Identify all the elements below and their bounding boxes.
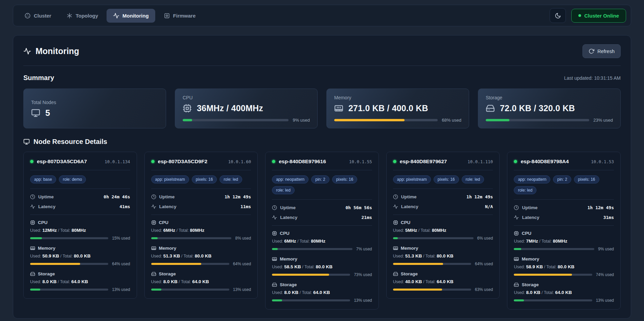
- memory-icon: [272, 256, 277, 262]
- storage-progress-fill: [151, 289, 161, 291]
- storage-total-value: 64.0 KB: [71, 279, 88, 284]
- nav-right: Cluster Online: [550, 8, 626, 23]
- memory-percent-label: 64% used: [233, 262, 251, 266]
- cpu-total-value: 80MHz: [190, 228, 205, 233]
- node-badge: pixels: 16: [332, 175, 358, 183]
- tab-topology[interactable]: Topology: [60, 9, 105, 23]
- memory-progress-fill: [30, 263, 80, 265]
- storage-metric-label: Storage: [159, 271, 176, 276]
- node-badge: app: pixelstream: [151, 175, 189, 183]
- storage-metric-values: Used: 40.0 KB / Total: 64.0 KB: [393, 279, 493, 284]
- tab-cluster[interactable]: Cluster: [18, 9, 58, 23]
- panel-header: Monitoring Refresh: [23, 44, 621, 66]
- storage-metric: Storage Used: 8.0 KB / Total: 64.0 KB 13…: [151, 266, 251, 292]
- memory-metric-label: Memory: [522, 256, 539, 262]
- storage-progress-fill: [486, 119, 509, 121]
- uptime-row: Uptime 0h 24m 46s: [30, 192, 130, 202]
- memory-used-value: 50.9 KB: [42, 253, 59, 258]
- node-ip: 10.0.1.110: [467, 159, 493, 164]
- memory-icon: [30, 246, 35, 251]
- node-stat-rows: Uptime 0h 24m 46s Latency 41ms: [30, 189, 130, 215]
- memory-used-value: 51.3 KB: [405, 253, 422, 258]
- node-badges: app: neopatternpin: 2pixels: 16role: led: [514, 170, 614, 200]
- summary-grid: Total Nodes 5 CPU 36MHz / 400MHz: [23, 89, 621, 128]
- latency-label: Latency: [38, 204, 55, 209]
- node-badges: app: baserole: demo: [30, 170, 130, 189]
- cpu-metric: CPU Used: 12MHz / Total: 80MHz 15% used: [30, 215, 130, 241]
- memory-progress-track: [30, 263, 108, 265]
- cpu-progress-track: [272, 248, 352, 250]
- memory-metric: Memory Used: 51.3 KB / Total: 80.0 KB 64…: [393, 241, 493, 266]
- cpu-icon: [151, 220, 156, 225]
- summary-card-total-nodes: Total Nodes 5: [23, 89, 166, 128]
- cpu-metric: CPU Used: 7MHz / Total: 80MHz 9% used: [514, 226, 614, 251]
- node-grid: esp-807D3A5CD6A7 10.0.1.134 app: baserol…: [23, 152, 621, 310]
- node-stat-rows: Uptime 0h 56m 56s Latency 21ms: [272, 200, 372, 226]
- memory-icon: [151, 246, 156, 251]
- summary-section-head: Summary Last updated: 10:31:15 AM: [23, 74, 621, 82]
- cpu-metric: CPU Used: 6MHz / Total: 80MHz 8% used: [151, 215, 251, 241]
- node-badge: app: neopattern: [514, 175, 550, 183]
- node-name: esp-840D8E9798A4: [521, 158, 569, 165]
- cpu-metric-values: Used: 6MHz / Total: 80MHz: [151, 228, 251, 233]
- storage-metric: Storage Used: 8.0 KB / Total: 64.0 KB 13…: [30, 266, 130, 292]
- cpu-progress-fill: [272, 248, 278, 250]
- node-ip: 10.0.1.55: [349, 159, 372, 164]
- clock-icon: [272, 205, 277, 210]
- node-header: esp-807D3A5CD9F2 10.0.1.60: [151, 158, 251, 170]
- summary-card-label: Total Nodes: [31, 100, 158, 105]
- activity-icon: [514, 215, 519, 220]
- node-badge: role: led: [220, 175, 242, 183]
- cpu-used-value: 12MHz: [42, 228, 57, 233]
- memory-progress-fill: [514, 274, 572, 276]
- memory-metric-values: Used: 51.3 KB / Total: 80.0 KB: [151, 253, 251, 258]
- tab-label: Monitoring: [122, 13, 148, 19]
- storage-total-value: 64.0 KB: [437, 279, 454, 284]
- node-header: esp-840D8E979627 10.0.1.110: [393, 158, 493, 170]
- cpu-used-value: 6MHz: [284, 239, 296, 244]
- cpu-percent-label: 9% used: [598, 247, 614, 251]
- cpu-used-value: 5MHz: [405, 228, 417, 233]
- cpu-progress-fill: [514, 248, 521, 250]
- cpu-metric-values: Used: 12MHz / Total: 80MHz: [30, 228, 130, 233]
- latency-value: 11ms: [240, 204, 251, 209]
- storage-progress-fill: [272, 299, 282, 301]
- last-updated-text: Last updated: 10:31:15 AM: [564, 75, 621, 81]
- summary-card-label: CPU: [183, 95, 310, 100]
- node-online-dot: [393, 160, 396, 163]
- memory-progress-track: [272, 274, 350, 276]
- node-ip: 10.0.1.53: [591, 159, 614, 164]
- storage-progress-track: [486, 119, 589, 121]
- storage-used-value: 8.0 KB: [526, 290, 540, 295]
- storage-metric-values: Used: 8.0 KB / Total: 64.0 KB: [151, 279, 251, 284]
- theme-toggle-button[interactable]: [550, 8, 566, 23]
- memory-metric: Memory Used: 51.3 KB / Total: 80.0 KB 64…: [151, 241, 251, 266]
- hard-drive-icon: [272, 282, 277, 287]
- cpu-total-value: 80MHz: [71, 228, 86, 233]
- node-badges: app: pixelstreampixels: 16role: led: [393, 170, 493, 189]
- uptime-value: 1h 12m 49s: [588, 205, 614, 210]
- refresh-button[interactable]: Refresh: [582, 44, 621, 58]
- node-online-dot: [272, 160, 275, 163]
- cluster-status-label: Cluster Online: [584, 13, 619, 19]
- tab-firmware[interactable]: Firmware: [157, 9, 202, 23]
- memory-progress-track: [151, 263, 229, 265]
- clock-icon: [514, 205, 519, 210]
- node-badge: app: neopattern: [272, 175, 308, 183]
- storage-percent-label: 13% used: [112, 287, 130, 292]
- node-header: esp-840D8E979616 10.0.1.55: [272, 158, 372, 170]
- storage-progress-track: [393, 289, 471, 291]
- memory-total-value: 80.0 KB: [437, 253, 454, 258]
- storage-progress-track: [514, 299, 592, 301]
- cpu-progress-track: [151, 237, 232, 239]
- storage-used-value: 8.0 KB: [163, 279, 178, 284]
- summary-card-cpu: CPU 36MHz / 400MHz 9% used: [175, 89, 318, 128]
- memory-metric-label: Memory: [280, 256, 297, 262]
- cluster-status-badge[interactable]: Cluster Online: [571, 9, 626, 23]
- hard-drive-icon: [30, 271, 35, 276]
- cpu-percent-label: 15% used: [112, 236, 130, 241]
- memory-metric-values: Used: 58.9 KB / Total: 80.0 KB: [514, 264, 614, 269]
- tab-monitoring[interactable]: Monitoring: [107, 9, 155, 23]
- activity-icon: [30, 204, 35, 209]
- cpu-icon: [183, 104, 192, 113]
